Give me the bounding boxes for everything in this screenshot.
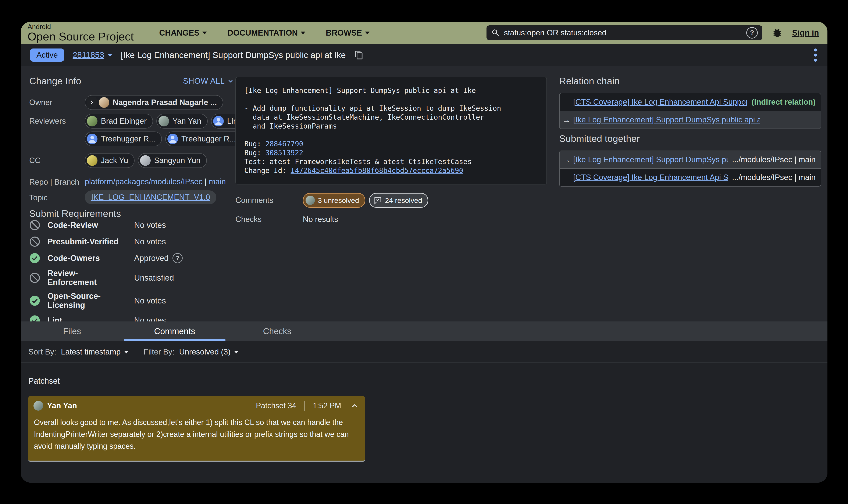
- change-info-heading: Change Info: [29, 76, 81, 87]
- app-logo[interactable]: Android Open Source Project: [28, 23, 134, 42]
- repo-link[interactable]: platform/packages/modules/IPsec: [85, 177, 202, 186]
- change-header-bar: Active 2811853 [Ike Log Enhancement] Sup…: [21, 44, 828, 66]
- commit-body-line: - Add dump functionality api at IkeSessi…: [244, 104, 538, 113]
- filter-dropdown[interactable]: Unresolved (3): [179, 347, 238, 356]
- comment-body: Overall looks good to me. As discussed,l…: [29, 413, 358, 461]
- help-icon[interactable]: ?: [173, 253, 183, 263]
- active-tab-underline: [124, 339, 226, 341]
- more-options-icon[interactable]: [813, 47, 818, 63]
- filter-value: Unresolved (3): [179, 347, 231, 356]
- comments-filter-bar: Sort By: Latest timestamp Filter By: Unr…: [21, 341, 828, 363]
- topic-label: Topic: [29, 191, 85, 202]
- reviewer-chip[interactable]: Treehugger R...: [165, 131, 242, 146]
- nav-documentation[interactable]: DOCUMENTATION: [227, 29, 305, 37]
- search-input[interactable]: status:open OR status:closed ?: [487, 25, 762, 40]
- copy-icon[interactable]: [354, 50, 364, 60]
- app-header: Android Open Source Project CHANGES DOCU…: [21, 22, 828, 44]
- tab-comments[interactable]: Comments: [123, 322, 226, 341]
- patchset-section-label: Patchset: [29, 377, 820, 385]
- submitted-link[interactable]: [Ike Log Enhancement] Support DumpSys pu…: [573, 155, 728, 164]
- tab-checks[interactable]: Checks: [226, 322, 329, 341]
- bug-link[interactable]: 308513922: [265, 149, 303, 157]
- commit-body-line: data at IkeSessionStateMachine, IkeConne…: [244, 113, 538, 122]
- owner-name: Nagendra Prasad Nagarle ...: [113, 98, 217, 107]
- cc-chip[interactable]: Jack Yu: [85, 153, 135, 168]
- sort-dropdown[interactable]: Latest timestamp: [61, 347, 129, 356]
- nav-browse[interactable]: BROWSE: [326, 29, 370, 37]
- show-all-button[interactable]: SHOW ALL: [183, 77, 234, 86]
- avatar: [87, 155, 98, 166]
- chevron-down-icon: [124, 351, 129, 354]
- collapse-comment-icon[interactable]: [351, 401, 359, 410]
- blocked-icon: [29, 272, 40, 283]
- submitted-together-box: → [Ike Log Enhancement] Support DumpSys …: [559, 150, 821, 186]
- bug-link[interactable]: 288467790: [265, 140, 303, 148]
- topic-link[interactable]: IKE_LOG_ENHANCEMENT_V1.0: [91, 193, 210, 202]
- nav-changes[interactable]: CHANGES: [159, 29, 207, 37]
- relation-link[interactable]: [CTS Coverage] Ike Log Enhancement Api S…: [573, 97, 747, 107]
- relation-link[interactable]: [Ike Log Enhancement] Support DumpSys pu…: [573, 115, 760, 124]
- chevron-down-icon: [234, 351, 238, 354]
- checks-summary-label: Checks: [235, 215, 303, 224]
- submitted-row-current: → [Ike Log Enhancement] Support DumpSys …: [560, 151, 821, 168]
- unresolved-comment-card[interactable]: Yan Yan Patchset 34 1:52 PM Overall look…: [29, 396, 365, 462]
- person-avatar-icon: [87, 133, 98, 144]
- commit-title: [Ike Log Enhancement] Support DumpSys pu…: [244, 86, 538, 95]
- chevron-down-icon: [365, 32, 370, 34]
- report-bug-icon[interactable]: [772, 27, 783, 38]
- tab-files[interactable]: Files: [21, 322, 123, 341]
- unresolved-comments-pill[interactable]: 3 unresolved: [303, 193, 365, 208]
- change-number-dropdown[interactable]: 2811853: [73, 50, 112, 60]
- cc-name: Jack Yu: [101, 156, 128, 165]
- submitted-repo: .../modules/IPsec | main: [728, 155, 816, 164]
- relation-row: [CTS Coverage] Ike Log Enhancement Api S…: [560, 93, 821, 111]
- search-help-icon[interactable]: ?: [746, 27, 758, 38]
- requirement-status: No votes: [134, 296, 235, 305]
- tab-files-label: Files: [63, 326, 81, 336]
- submitted-link[interactable]: [CTS Coverage] Ike Log Enhancement Api S…: [573, 173, 728, 182]
- change-number-link[interactable]: 2811853: [73, 50, 104, 60]
- status-badge[interactable]: Active: [30, 49, 64, 61]
- reviewer-chip[interactable]: Brad Ebinger: [85, 114, 153, 128]
- repo-branch-separator: |: [202, 177, 209, 186]
- branch-link[interactable]: main: [209, 177, 226, 186]
- show-all-label: SHOW ALL: [183, 77, 225, 86]
- owner-chip[interactable]: Nagendra Prasad Nagarle ...: [85, 95, 223, 110]
- requirement-status: No votes: [134, 237, 235, 246]
- commit-column: [Ike Log Enhancement] Support DumpSys pu…: [235, 73, 547, 322]
- resolved-comments-pill[interactable]: 24 resolved: [369, 193, 428, 208]
- change-info-column: Change Info SHOW ALL Owner Nagendra Pras…: [29, 73, 235, 322]
- sign-in-link[interactable]: Sign in: [792, 29, 819, 37]
- reviewer-name: Treehugger R...: [181, 134, 236, 143]
- avatar: [140, 155, 151, 166]
- unresolved-count: 3 unresolved: [318, 196, 359, 204]
- sort-by-label: Sort By:: [29, 347, 56, 356]
- tab-comments-label: Comments: [154, 326, 195, 336]
- reviewer-chip[interactable]: Yan Yan: [156, 114, 208, 128]
- comments-summary-label: Comments: [235, 196, 303, 205]
- repo-branch-label: Repo | Branch: [29, 175, 85, 186]
- current-change-arrow-icon: →: [562, 155, 573, 164]
- comment-check-icon: [374, 196, 382, 204]
- avatar: [305, 196, 315, 205]
- submit-requirements-heading: Submit Requirements: [29, 208, 235, 219]
- indirect-relation-note: (Indirect relation): [747, 97, 816, 107]
- topic-chip[interactable]: IKE_LOG_ENHANCEMENT_V1.0: [85, 191, 216, 204]
- attention-arrow-icon: [87, 97, 96, 108]
- blocked-icon: [29, 236, 40, 247]
- relation-column: Relation chain [CTS Coverage] Ike Log En…: [559, 73, 821, 322]
- chevron-down-icon: [202, 32, 207, 34]
- bug-label: Bug:: [244, 140, 265, 148]
- filter-by-label: Filter By:: [143, 347, 174, 356]
- relation-chain-box: [CTS Coverage] Ike Log Enhancement Api S…: [559, 93, 821, 129]
- tab-bar: Files Comments Checks: [21, 322, 828, 341]
- change-title: [Ike Log Enhancement] Support DumpSys pu…: [121, 50, 346, 60]
- change-id-link[interactable]: I472645c40dfea5fb80f68b4cbd57eccca72a569…: [291, 166, 463, 175]
- commit-message[interactable]: [Ike Log Enhancement] Support DumpSys pu…: [235, 77, 547, 184]
- change-id-label: Change-Id:: [244, 166, 291, 175]
- requirement-label: Code-Owners: [48, 254, 127, 263]
- search-query-text: status:open OR status:closed: [504, 29, 742, 37]
- reviewer-chip[interactable]: Treehugger R...: [85, 131, 162, 146]
- cc-chip[interactable]: Sangyun Yun: [138, 153, 207, 168]
- requirement-label: Presubmit-Verified: [48, 237, 127, 246]
